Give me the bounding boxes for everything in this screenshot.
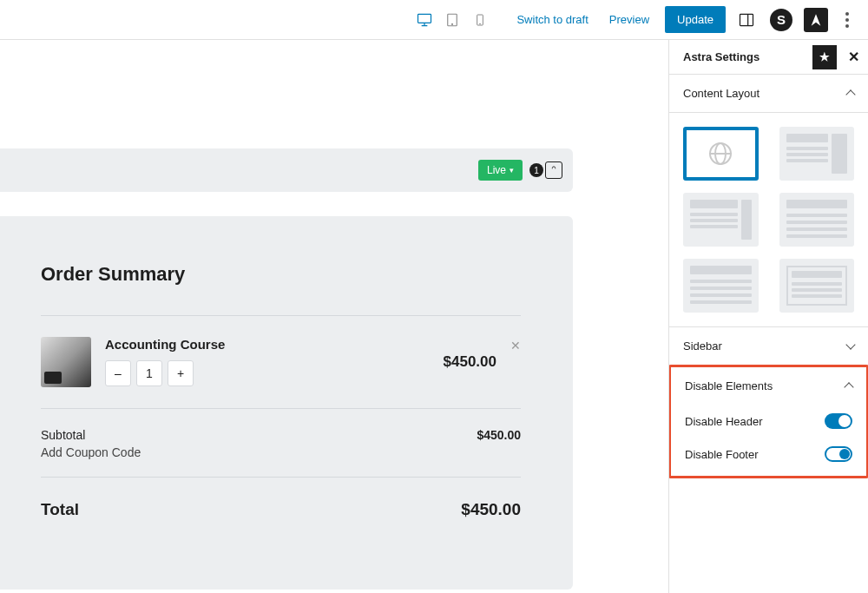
live-status-button[interactable]: Live ▾	[478, 160, 523, 181]
product-thumbnail	[41, 337, 91, 387]
layout-option-3[interactable]	[683, 193, 759, 247]
quantity-stepper: – 1 +	[105, 360, 430, 386]
device-preview-group	[411, 6, 494, 34]
qty-decrease-button[interactable]: –	[105, 360, 131, 386]
disable-header-toggle[interactable]	[825, 413, 852, 429]
shopping-bag-icon	[545, 161, 562, 179]
editor-canvas: Live ▾ 1	[0, 40, 668, 593]
switch-to-draft-button[interactable]: Switch to draft	[508, 8, 596, 31]
sidebar-title-bar: Astra Settings ★ ✕	[669, 40, 868, 75]
globe-icon	[709, 142, 732, 165]
astra-icon[interactable]	[802, 6, 830, 34]
qty-increase-button[interactable]: +	[168, 360, 194, 386]
subtotal-row: Subtotal $450.00	[41, 409, 521, 445]
layout-option-2[interactable]	[779, 127, 855, 181]
more-options-icon[interactable]	[833, 6, 861, 34]
update-button[interactable]: Update	[665, 6, 726, 33]
layout-option-5[interactable]	[683, 259, 759, 313]
sidebar-toggle-icon[interactable]	[733, 6, 760, 34]
subtotal-value: $450.00	[477, 428, 521, 442]
content-layout-accordion[interactable]: Content Layout	[669, 75, 868, 113]
favorite-icon[interactable]: ★	[812, 45, 837, 69]
add-coupon-link[interactable]: Add Coupon Code	[41, 445, 521, 477]
tablet-icon[interactable]	[438, 6, 466, 34]
close-icon[interactable]: ✕	[848, 49, 859, 65]
chevron-up-icon	[844, 382, 853, 392]
sidebar-title: Astra Settings	[683, 50, 760, 63]
svg-rect-0	[418, 14, 431, 23]
svg-point-4	[480, 23, 481, 23]
remove-item-icon[interactable]: ✕	[510, 339, 521, 353]
mobile-icon[interactable]	[466, 6, 494, 34]
disable-footer-toggle[interactable]	[825, 446, 852, 462]
svg-point-2	[452, 23, 453, 24]
item-price: $450.00	[444, 353, 496, 371]
disable-footer-row: Disable Footer	[671, 438, 866, 476]
svg-rect-5	[740, 14, 753, 25]
cart-indicator[interactable]: 1	[529, 161, 562, 179]
chevron-up-icon	[845, 89, 855, 99]
settings-sidebar: Astra Settings ★ ✕ Content Layout	[668, 40, 868, 593]
subtotal-label: Subtotal	[41, 428, 85, 442]
layout-options-grid	[669, 113, 868, 327]
disable-footer-label: Disable Footer	[685, 448, 759, 461]
total-value: $450.00	[461, 500, 521, 519]
cart-count-badge: 1	[529, 163, 543, 177]
desktop-icon[interactable]	[411, 6, 438, 34]
total-row: Total $450.00	[41, 478, 521, 542]
disable-elements-accordion[interactable]: Disable Elements	[671, 367, 866, 405]
disable-header-row: Disable Header	[671, 405, 866, 438]
preview-header-bar: Live ▾ 1	[0, 148, 573, 192]
order-summary-card: Order Summary Accounting Course – 1 +	[0, 216, 573, 590]
layout-option-6[interactable]	[779, 259, 855, 313]
cart-item-row: Accounting Course – 1 + $450.00 ✕	[41, 316, 521, 408]
chevron-down-icon	[845, 339, 855, 349]
editor-topbar: Switch to draft Preview Update S	[0, 0, 868, 40]
plugin-icon-1[interactable]: S	[767, 6, 795, 34]
sidebar-accordion[interactable]: Sidebar	[669, 327, 868, 366]
qty-value: 1	[136, 360, 162, 386]
product-name: Accounting Course	[105, 337, 430, 352]
disable-elements-highlight: Disable Elements Disable Header Disable …	[668, 365, 868, 478]
order-summary-title: Order Summary	[41, 263, 521, 286]
layout-option-4[interactable]	[779, 193, 855, 247]
disable-header-label: Disable Header	[685, 415, 763, 428]
total-label: Total	[41, 500, 79, 519]
layout-option-default[interactable]	[683, 127, 759, 181]
preview-button[interactable]: Preview	[601, 8, 658, 31]
